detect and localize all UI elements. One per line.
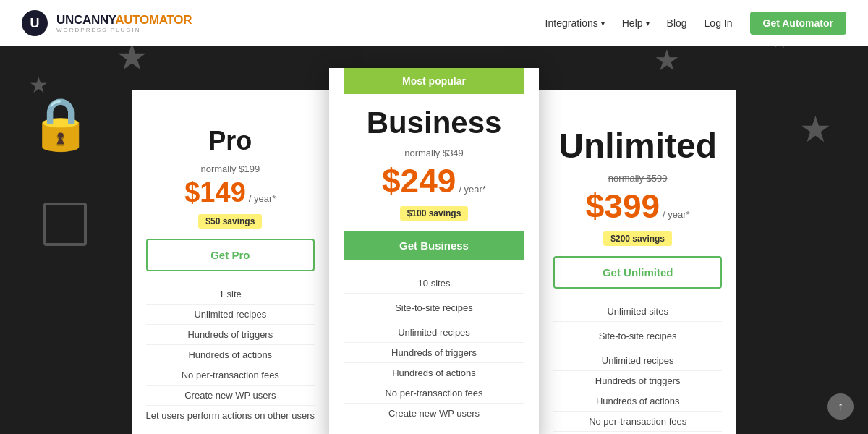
business-unlimited-recipes: Unlimited recipes — [344, 323, 524, 343]
unlimited-price-period: / year* — [663, 209, 690, 220]
unlimited-site-recipes: Site-to-site recipes — [553, 326, 722, 346]
unlimited-price-amount: $399 — [586, 187, 660, 226]
chevron-down-icon: ▾ — [601, 20, 605, 27]
chevron-down-icon: ▾ — [646, 20, 650, 27]
business-sites: 10 sites — [344, 273, 524, 294]
pro-create-users: Create new WP users — [146, 386, 315, 406]
header: U UNCANNYAUTOMATOR WORDPRESS PLUGIN Inte… — [0, 0, 868, 46]
business-no-fees: No per-transaction fees — [344, 383, 524, 404]
unlimited-current-price: $399 / year* — [553, 187, 722, 226]
most-popular-badge: Most popular — [344, 68, 524, 94]
business-normal-price: normally $349 — [344, 148, 524, 158]
pro-price-period: / year* — [249, 193, 276, 204]
business-plan-card: Most popular Business normally $349 $249… — [329, 68, 539, 434]
unlimited-triggers: Hundreds of triggers — [553, 371, 722, 391]
business-current-price: $249 / year* — [344, 161, 524, 200]
logo-uncanny: UNCANNY — [56, 13, 115, 27]
business-site-recipes: Site-to-site recipes — [344, 298, 524, 318]
pro-plan-card: Pro normally $199 $149 / year* $50 savin… — [132, 90, 329, 434]
nav-integrations[interactable]: Integrations ▾ — [545, 17, 605, 29]
pro-user-actions: Let users perform actions on other users — [146, 406, 315, 425]
logo-subtitle: WORDPRESS PLUGIN — [56, 27, 192, 33]
business-price-period: / year* — [459, 184, 486, 195]
get-automator-button[interactable]: Get Automator — [750, 12, 846, 35]
get-pro-button[interactable]: Get Pro — [146, 239, 315, 271]
nav-blog[interactable]: Blog — [667, 17, 687, 29]
pro-normal-price: normally $199 — [146, 163, 315, 174]
unlimited-normal-price: normally $599 — [553, 173, 722, 184]
pro-savings-badge: $50 savings — [198, 214, 262, 229]
business-savings-badge: $100 savings — [400, 206, 469, 221]
unlimited-savings-badge: $200 savings — [603, 231, 672, 246]
unlimited-no-fees: No per-transaction fees — [553, 412, 722, 432]
pro-unlimited-recipes: Unlimited recipes — [146, 305, 315, 325]
pricing-section: Pro normally $199 $149 / year* $50 savin… — [0, 46, 868, 434]
pro-actions: Hundreds of actions — [146, 345, 315, 365]
nav-login[interactable]: Log In — [705, 17, 733, 29]
pro-price-amount: $149 — [184, 177, 246, 208]
unlimited-recipes: Unlimited recipes — [553, 351, 722, 371]
scroll-up-button[interactable]: ↑ — [827, 393, 854, 420]
get-business-button[interactable]: Get Business — [344, 231, 524, 260]
main-nav: Integrations ▾ Help ▾ Blog Log In Get Au… — [545, 12, 846, 35]
unlimited-plan-card: Unlimited normally $599 $399 / year* $20… — [539, 90, 736, 434]
logo: U UNCANNYAUTOMATOR WORDPRESS PLUGIN — [22, 10, 192, 36]
business-price-amount: $249 — [382, 161, 456, 200]
business-create-users: Create new WP users — [344, 404, 524, 423]
pro-triggers: Hundreds of triggers — [146, 325, 315, 345]
logo-automator: AUTOMATOR — [115, 13, 192, 27]
pro-current-price: $149 / year* — [146, 177, 315, 208]
business-triggers: Hundreds of triggers — [344, 343, 524, 363]
get-unlimited-button[interactable]: Get Unlimited — [553, 256, 722, 289]
unlimited-plan-name: Unlimited — [553, 126, 722, 166]
nav-help[interactable]: Help ▾ — [622, 17, 650, 29]
unlimited-actions: Hundreds of actions — [553, 391, 722, 412]
pro-sites: 1 site — [146, 284, 315, 305]
pro-plan-name: Pro — [146, 126, 315, 156]
business-actions: Hundreds of actions — [344, 363, 524, 383]
unlimited-sites: Unlimited sites — [553, 302, 722, 322]
business-plan-name: Business — [344, 106, 524, 140]
pro-no-fees: No per-transaction fees — [146, 365, 315, 386]
